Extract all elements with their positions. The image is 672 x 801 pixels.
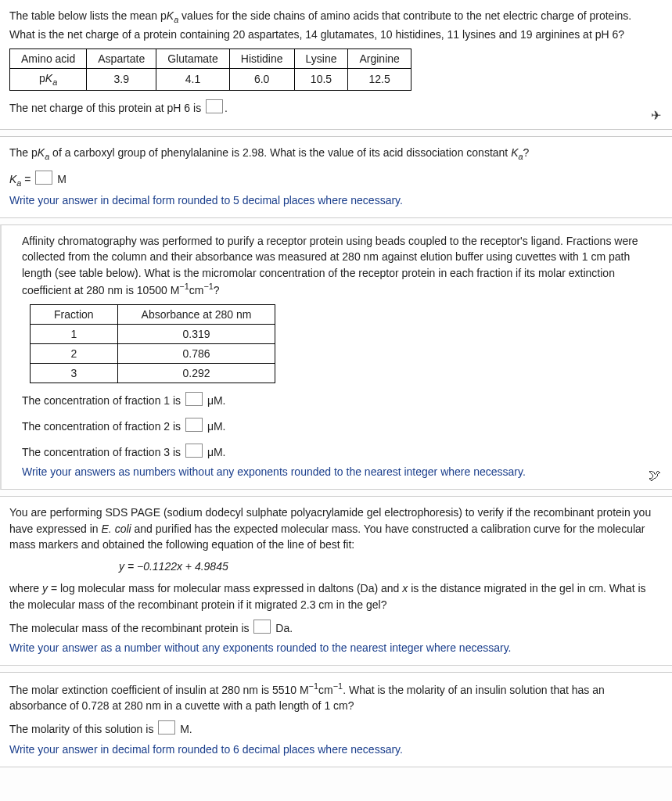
text: The concentration of fraction 1 is xyxy=(22,394,184,407)
question-5: The molar extinction coefficient of insu… xyxy=(0,672,672,767)
cell: 6.0 xyxy=(229,68,294,90)
q3-answer-3: The concentration of fraction 3 is μM. xyxy=(22,443,663,462)
equation: y = −0.1122x + 4.9845 xyxy=(119,560,663,573)
text: values for the side chains of amino acid… xyxy=(178,9,631,22)
hint-text: Write your answer as a number without an… xyxy=(9,641,663,654)
text: where xyxy=(9,582,42,594)
q5-answer: The molarity of this solution is M. xyxy=(9,720,663,739)
question-3: Affinity chromatography was performed to… xyxy=(0,224,672,490)
text: ? xyxy=(523,146,530,159)
q4-prompt: You are performing SDS PAGE (sodium dode… xyxy=(9,505,663,552)
cell: 1 xyxy=(31,324,118,343)
text: The net charge of this protein at pH 6 i… xyxy=(9,102,204,114)
var: K xyxy=(9,173,16,185)
var: K xyxy=(45,72,52,84)
exp: −1 xyxy=(333,681,343,691)
cell: 4.1 xyxy=(156,68,230,90)
plane-icon[interactable]: ✈ xyxy=(651,108,661,123)
q4-answer: The molecular mass of the recombinant pr… xyxy=(9,619,663,638)
cell: 0.319 xyxy=(117,324,275,343)
unit: Da. xyxy=(272,622,293,634)
cell: Arginine xyxy=(348,48,411,68)
unit: μM. xyxy=(204,446,226,458)
table-row: 10.319 xyxy=(31,324,275,343)
cell: Fraction xyxy=(31,304,118,324)
cell: Aspartate xyxy=(87,48,156,68)
cell: 12.5 xyxy=(348,68,411,90)
text: The molar extinction coefficient of insu… xyxy=(9,684,309,696)
cell: 0.786 xyxy=(117,343,275,363)
unit: μM. xyxy=(204,394,226,407)
text: ? xyxy=(214,284,220,296)
q1-answer: The net charge of this protein at pH 6 i… xyxy=(9,99,663,118)
text: The molecular mass of the recombinant pr… xyxy=(9,622,252,634)
exp: −1 xyxy=(179,282,189,291)
text: The concentration of fraction 2 is xyxy=(22,420,184,433)
answer-input[interactable] xyxy=(185,418,203,432)
cell: Lysine xyxy=(294,48,348,68)
cell: 3 xyxy=(31,363,118,383)
cell: 2 xyxy=(31,343,118,363)
text: The table below lists the mean p xyxy=(9,9,167,22)
unit: M xyxy=(54,173,66,185)
question-2: The pKa of a carboxyl group of phenylala… xyxy=(0,136,672,218)
cell: 3.9 xyxy=(87,68,156,90)
answer-input[interactable] xyxy=(158,720,175,735)
text: . xyxy=(225,102,228,114)
question-4: You are performing SDS PAGE (sodium dode… xyxy=(0,496,672,666)
hint-text: Write your answer in decimal form rounde… xyxy=(9,194,663,207)
table-row: Amino acid Aspartate Glutamate Histidine… xyxy=(10,48,411,68)
q3-answer-2: The concentration of fraction 2 is μM. xyxy=(22,417,663,436)
text: = xyxy=(21,173,34,185)
table-row: 30.292 xyxy=(31,363,275,383)
hint-text: Write your answers as numbers without an… xyxy=(22,465,663,478)
text: cm xyxy=(189,284,204,296)
var: K xyxy=(38,146,45,159)
q1-table: Amino acid Aspartate Glutamate Histidine… xyxy=(9,48,411,91)
cell: 10.5 xyxy=(294,68,348,90)
text: The molarity of this solution is xyxy=(9,723,156,735)
cell: Histidine xyxy=(229,48,294,68)
q3-prompt: Affinity chromatography was performed to… xyxy=(22,233,663,298)
question-1: The table below lists the mean pKa value… xyxy=(0,0,672,130)
ital-text: E. coli xyxy=(102,523,131,535)
answer-input[interactable] xyxy=(35,171,52,185)
unit: M. xyxy=(177,723,192,735)
text: = log molecular mass for molecular mass … xyxy=(48,582,402,594)
q3-table: Fraction Absorbance at 280 nm 10.319 20.… xyxy=(30,304,275,383)
unit: μM. xyxy=(204,420,226,433)
sub: a xyxy=(52,77,57,87)
cell: Amino acid xyxy=(10,48,87,68)
cell: pKa xyxy=(10,68,87,90)
q4-prompt-2: where y = log molecular mass for molecul… xyxy=(9,580,663,612)
q3-answer-1: The concentration of fraction 1 is μM. xyxy=(22,391,663,411)
text: cm xyxy=(318,684,333,696)
table-row: pKa 3.9 4.1 6.0 10.5 12.5 xyxy=(10,68,411,90)
text: What is the net charge of a protein cont… xyxy=(9,28,624,41)
text: p xyxy=(39,72,45,84)
text: The concentration of fraction 3 is xyxy=(22,446,184,458)
exp: −1 xyxy=(203,282,213,291)
text: The p xyxy=(9,146,38,159)
answer-input[interactable] xyxy=(253,620,271,634)
q1-prompt: The table below lists the mean pKa value… xyxy=(9,8,663,42)
hint-text: Write your answer in decimal form rounde… xyxy=(9,743,663,756)
exp: −1 xyxy=(309,681,318,691)
cell: 0.292 xyxy=(117,363,275,383)
answer-input[interactable] xyxy=(206,99,223,113)
cell: Glutamate xyxy=(156,48,230,68)
table-row: 20.786 xyxy=(31,343,275,363)
q5-prompt: The molar extinction coefficient of insu… xyxy=(9,681,663,713)
bird-icon[interactable]: 🕊 xyxy=(649,469,661,483)
answer-input[interactable] xyxy=(185,392,203,406)
q2-prompt: The pKa of a carboxyl group of phenylala… xyxy=(9,145,663,163)
q2-answer: Ka = M xyxy=(9,170,663,191)
answer-input[interactable] xyxy=(185,444,203,458)
table-row: Fraction Absorbance at 280 nm xyxy=(31,304,275,324)
cell: Absorbance at 280 nm xyxy=(117,304,275,324)
text: of a carboxyl group of phenylalanine is … xyxy=(49,146,511,159)
text: Affinity chromatography was performed to… xyxy=(22,235,638,296)
var: y xyxy=(42,582,48,594)
var: K xyxy=(167,9,174,22)
